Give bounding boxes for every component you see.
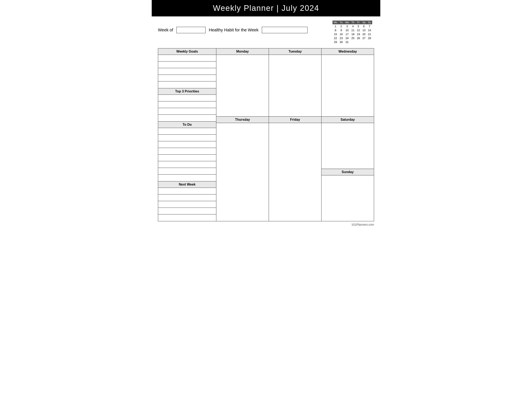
- week-of-input[interactable]: [176, 27, 206, 33]
- left-column: Weekly GoalsTop 3 PrioritiesTo DoNext We…: [158, 48, 216, 221]
- calendar-day[interactable]: 15: [332, 32, 339, 36]
- weekly-goals-row[interactable]: [158, 81, 216, 88]
- to-do-row[interactable]: [158, 128, 216, 135]
- monday-body[interactable]: [216, 55, 269, 116]
- footer-text: 101Planners.com: [352, 223, 374, 226]
- calendar-day[interactable]: 20: [361, 32, 367, 36]
- calendar-day[interactable]: 21: [367, 32, 372, 36]
- cal-th: Th: [350, 20, 356, 24]
- weekly-goals-row[interactable]: [158, 61, 216, 68]
- cal-we: We: [344, 20, 350, 24]
- sunday-section: Sunday: [322, 169, 374, 221]
- wednesday-col: Wednesday: [322, 48, 374, 116]
- header-title: Weekly Planner | July 2024: [213, 4, 319, 12]
- thursday-body[interactable]: [216, 123, 269, 221]
- to-do-row[interactable]: [158, 155, 216, 161]
- bottom-days-grid: Thursday Friday Saturday Sunday: [216, 116, 374, 221]
- healthy-habit-input[interactable]: [262, 27, 308, 33]
- calendar-day[interactable]: 1: [332, 24, 339, 28]
- footer: 101Planners.com: [152, 221, 380, 228]
- mini-calendar: Mo Tu We Th Fr Sa Su 1234567891011121314…: [332, 20, 374, 44]
- top-section: Week of Healthy Habit for the Week Mo Tu…: [152, 16, 380, 46]
- calendar-week-row: 15161718192021: [332, 32, 372, 36]
- right-column: Monday Tuesday Wednesday Thursday Friday: [216, 48, 374, 221]
- cal-sa: Sa: [361, 20, 367, 24]
- top-3-priorities-row[interactable]: [158, 95, 216, 101]
- monday-header: Monday: [216, 48, 269, 55]
- calendar-day[interactable]: 17: [344, 32, 350, 36]
- next-week-row[interactable]: [158, 188, 216, 194]
- to-do-row[interactable]: [158, 174, 216, 181]
- calendar-day[interactable]: 19: [356, 32, 361, 36]
- calendar-day[interactable]: [367, 40, 372, 44]
- calendar-day[interactable]: 26: [356, 36, 361, 40]
- calendar-day[interactable]: 11: [350, 28, 356, 32]
- section-weekly-goals: Weekly Goals: [158, 48, 216, 88]
- week-of-label: Week of: [158, 28, 173, 32]
- week-habit-area: Week of Healthy Habit for the Week: [158, 20, 308, 33]
- calendar-day[interactable]: 10: [344, 28, 350, 32]
- calendar-day[interactable]: 31: [344, 40, 350, 44]
- to-do-row[interactable]: [158, 141, 216, 148]
- calendar-day[interactable]: 6: [361, 24, 367, 28]
- thursday-col: Thursday: [216, 116, 269, 221]
- calendar-day[interactable]: 16: [339, 32, 344, 36]
- calendar-day[interactable]: 7: [367, 24, 372, 28]
- calendar-day[interactable]: 3: [344, 24, 350, 28]
- top-3-priorities-row[interactable]: [158, 115, 216, 121]
- to-do-row[interactable]: [158, 161, 216, 168]
- next-week-row[interactable]: [158, 208, 216, 214]
- sat-sun-col: Saturday Sunday: [322, 116, 374, 221]
- calendar-day[interactable]: 5: [356, 24, 361, 28]
- top-3-priorities-row[interactable]: [158, 101, 216, 108]
- weekly-goals-row[interactable]: [158, 55, 216, 61]
- calendar-day[interactable]: 4: [350, 24, 356, 28]
- monday-col: Monday: [216, 48, 269, 116]
- to-do-row[interactable]: [158, 168, 216, 174]
- friday-body[interactable]: [269, 123, 321, 221]
- page-header: Weekly Planner | July 2024: [152, 0, 380, 16]
- calendar-day[interactable]: 18: [350, 32, 356, 36]
- next-week-row[interactable]: [158, 201, 216, 208]
- next-week-row[interactable]: [158, 214, 216, 221]
- friday-col: Friday: [269, 116, 322, 221]
- calendar-day[interactable]: [350, 40, 356, 44]
- healthy-habit-label: Healthy Habit for the Week: [209, 28, 258, 32]
- calendar-day[interactable]: 22: [332, 36, 339, 40]
- calendar-day[interactable]: 27: [361, 36, 367, 40]
- tuesday-body[interactable]: [269, 55, 321, 116]
- thursday-header: Thursday: [216, 116, 269, 123]
- saturday-body[interactable]: [322, 123, 374, 169]
- saturday-header: Saturday: [322, 116, 374, 123]
- to-do-header: To Do: [158, 122, 216, 128]
- wednesday-header: Wednesday: [322, 48, 374, 55]
- calendar-day[interactable]: 29: [332, 40, 339, 44]
- to-do-row[interactable]: [158, 148, 216, 155]
- calendar-day[interactable]: [361, 40, 367, 44]
- friday-header: Friday: [269, 116, 321, 123]
- calendar-day[interactable]: 24: [344, 36, 350, 40]
- calendar-day[interactable]: 8: [332, 28, 339, 32]
- calendar-day[interactable]: 13: [361, 28, 367, 32]
- calendar-day[interactable]: 14: [367, 28, 372, 32]
- wednesday-body[interactable]: [322, 55, 374, 116]
- calendar-day[interactable]: 30: [339, 40, 344, 44]
- calendar-day[interactable]: 9: [339, 28, 344, 32]
- cal-mo: Mo: [332, 20, 339, 24]
- top-3-priorities-row[interactable]: [158, 108, 216, 115]
- calendar-day[interactable]: 23: [339, 36, 344, 40]
- weekly-goals-row[interactable]: [158, 68, 216, 75]
- calendar-day[interactable]: 12: [356, 28, 361, 32]
- sunday-body[interactable]: [322, 175, 374, 221]
- calendar-day[interactable]: [356, 40, 361, 44]
- top-3-priorities-header: Top 3 Priorities: [158, 88, 216, 95]
- calendar-day[interactable]: 2: [339, 24, 344, 28]
- next-week-row[interactable]: [158, 194, 216, 201]
- calendar-day[interactable]: 25: [350, 36, 356, 40]
- next-week-header: Next Week: [158, 182, 216, 188]
- saturday-section: Saturday: [322, 116, 374, 169]
- weekly-goals-row[interactable]: [158, 75, 216, 81]
- to-do-row[interactable]: [158, 135, 216, 141]
- section-to-do: To Do: [158, 122, 216, 182]
- calendar-day[interactable]: 28: [367, 36, 372, 40]
